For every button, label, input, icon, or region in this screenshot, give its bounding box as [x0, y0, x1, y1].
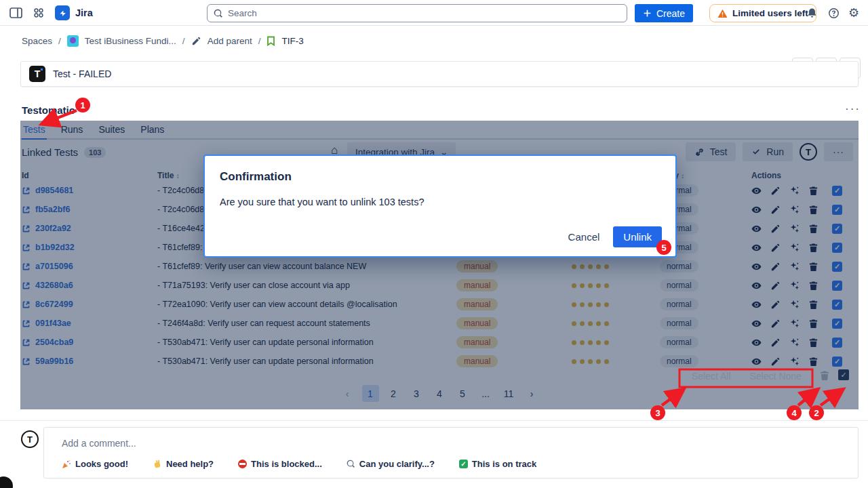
svg-text:4: 4 [791, 408, 797, 418]
chip-need-help[interactable]: Need help? [153, 459, 214, 469]
chip-looks-good[interactable]: Looks good! [62, 459, 128, 469]
help-icon[interactable] [826, 5, 841, 20]
plus-icon [643, 9, 652, 18]
settings-gear-icon[interactable]: ⚙ [846, 5, 861, 20]
chip-clarify[interactable]: Can you clarify...? [347, 459, 435, 469]
breadcrumb-issue-key[interactable]: TIF-3 [281, 36, 303, 46]
wave-hand-icon [153, 460, 162, 469]
section-title: Testomatio [22, 104, 75, 116]
top-navigation-bar: Jira Search Create Limited users left ⚙ [0, 0, 868, 26]
create-button[interactable]: Create [635, 4, 693, 22]
party-icon [62, 460, 71, 469]
chip-on-track[interactable]: ✓ This is on track [459, 459, 536, 469]
magnifier-icon [347, 460, 355, 468]
cancel-button[interactable]: Cancel [568, 231, 600, 243]
modal-message: Are you sure that you want to unlink 103… [220, 197, 424, 207]
testomatio-icon: T [29, 66, 45, 82]
section-more-icon[interactable]: ··· [845, 102, 861, 116]
app-switcher-icon[interactable] [33, 7, 44, 18]
no-entry-icon [238, 460, 247, 468]
svg-text:3: 3 [655, 408, 660, 418]
breadcrumb-project[interactable]: Test iBusiness Fundi... [85, 36, 176, 46]
app-name: Jira [75, 7, 93, 18]
chip-blocked[interactable]: This is blocked... [238, 459, 322, 469]
comment-placeholder: Add a comment... [62, 438, 136, 449]
limited-users-warning-button[interactable]: Limited users left [709, 4, 816, 22]
sidebar-toggle-icon[interactable] [9, 7, 22, 18]
unlink-button[interactable]: Unlink [613, 226, 662, 247]
breadcrumb: Spaces / Test iBusiness Fundi... / Add p… [22, 35, 304, 47]
edit-icon [191, 36, 201, 46]
breadcrumb-add-parent[interactable]: Add parent [208, 36, 252, 46]
quick-reply-chips: Looks good! Need help? This is blocked..… [62, 459, 536, 469]
avatar [0, 476, 13, 488]
breadcrumb-spaces[interactable]: Spaces [22, 36, 52, 46]
green-check-icon: ✓ [459, 460, 468, 468]
annotation-badge-1: 1 [75, 98, 90, 113]
svg-text:2: 2 [814, 408, 818, 418]
search-placeholder: Search [228, 8, 257, 18]
bookmark-icon [267, 36, 275, 46]
confirmation-modal: Confirmation Are you sure that you want … [203, 155, 677, 258]
test-status-title: Test - FAILED [53, 68, 111, 79]
svg-text:1: 1 [80, 100, 85, 110]
breadcrumb-row: Spaces / Test iBusiness Fundi... / Add p… [0, 26, 868, 58]
jira-logo-icon [55, 5, 70, 20]
comment-box[interactable]: Add a comment... Looks good! Need help? … [43, 427, 859, 479]
notifications-bell-icon[interactable] [804, 5, 819, 20]
section-divider [0, 420, 868, 421]
jira-home-link[interactable]: Jira [55, 5, 93, 20]
modal-title: Confirmation [220, 170, 292, 184]
search-input[interactable]: Search [207, 4, 627, 22]
avatar: T [21, 430, 39, 448]
test-status-card[interactable]: T Test - FAILED [20, 61, 859, 87]
warning-triangle-icon [717, 9, 728, 18]
search-icon [214, 9, 223, 18]
space-avatar-icon [67, 35, 79, 47]
